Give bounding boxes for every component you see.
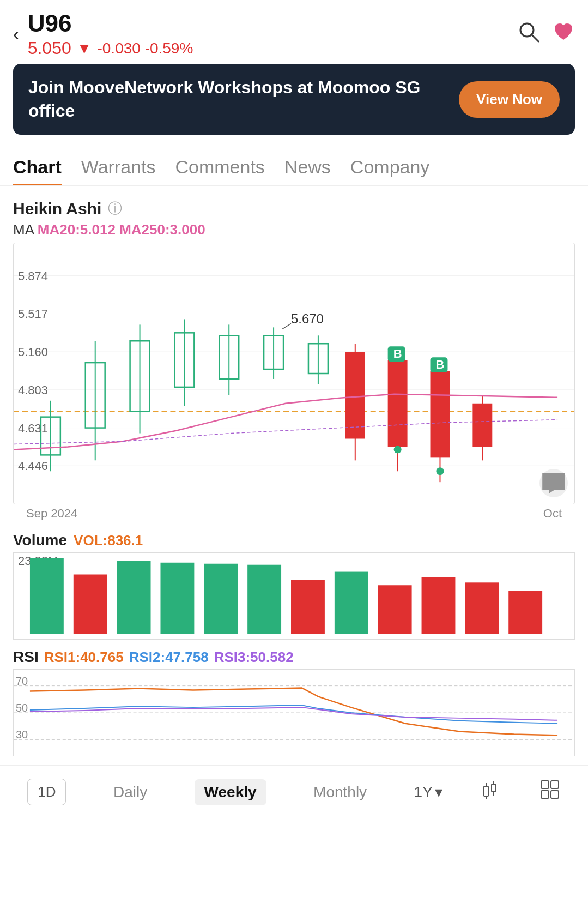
nav-monthly[interactable]: Monthly — [304, 779, 377, 805]
svg-text:30: 30 — [16, 729, 28, 741]
svg-text:4.446: 4.446 — [18, 460, 48, 473]
header-left: ‹ U96 5.050 ▼ -0.030 -0.59% — [13, 10, 193, 58]
chart-label-row: Heikin Ashi ⓘ — [13, 199, 575, 218]
svg-rect-54 — [378, 586, 412, 634]
svg-rect-33 — [431, 371, 450, 457]
tab-news[interactable]: News — [284, 156, 331, 185]
svg-rect-49 — [160, 563, 194, 634]
tab-company[interactable]: Company — [350, 156, 430, 185]
search-icon[interactable] — [517, 20, 540, 48]
svg-rect-55 — [422, 577, 456, 634]
chart-x-labels: Sep 2024 Oct — [13, 504, 575, 523]
svg-line-22 — [282, 324, 291, 329]
volume-title: Volume — [13, 532, 67, 549]
header: ‹ U96 5.050 ▼ -0.030 -0.59% — [0, 0, 588, 64]
tab-warrants[interactable]: Warrants — [81, 156, 156, 185]
nav-1d-button[interactable]: 1D — [27, 779, 66, 805]
ma-label: MA — [13, 221, 34, 238]
ma-row: MA MA20:5.012 MA250:3.000 — [13, 221, 575, 238]
grid-icon[interactable] — [539, 779, 561, 805]
svg-rect-46 — [30, 558, 64, 634]
nav-weekly[interactable]: Weekly — [195, 779, 266, 805]
tab-comments[interactable]: Comments — [175, 156, 264, 185]
candlestick-chart[interactable]: 5.670 B B — [13, 243, 575, 504]
back-button[interactable]: ‹ — [13, 24, 19, 44]
svg-text:B: B — [435, 358, 444, 371]
svg-text:70: 70 — [16, 675, 28, 687]
chart-section: Heikin Ashi ⓘ MA MA20:5.012 MA250:3.000 — [0, 186, 588, 523]
banner-text: Join MooveNetwork Workshops at Moomoo SG… — [28, 76, 448, 123]
svg-rect-56 — [465, 583, 499, 634]
price-change: -0.030 -0.59% — [97, 40, 193, 57]
svg-rect-51 — [247, 565, 281, 634]
rsi2-value: RSI2:47.758 — [129, 649, 209, 666]
svg-rect-48 — [117, 561, 151, 634]
stock-symbol: U96 — [28, 10, 193, 37]
tabs-bar: Chart Warrants Comments News Company — [0, 141, 588, 186]
vol-value: VOL:836.1 — [74, 532, 143, 549]
rsi-title: RSI — [13, 648, 39, 666]
banner: Join MooveNetwork Workshops at Moomoo SG… — [13, 64, 575, 135]
svg-rect-47 — [74, 575, 107, 634]
x-label-oct: Oct — [543, 507, 562, 521]
rsi3-value: RSI3:50.582 — [214, 649, 294, 666]
chat-bubble-icon[interactable] — [539, 469, 568, 497]
rsi-chart[interactable]: 70 50 30 — [13, 669, 575, 756]
svg-rect-50 — [204, 564, 238, 634]
nav-daily[interactable]: Daily — [104, 779, 157, 805]
volume-chart[interactable]: 23.88M — [13, 552, 575, 640]
svg-text:4.803: 4.803 — [18, 383, 48, 397]
svg-rect-67 — [492, 784, 496, 792]
svg-rect-73 — [551, 791, 559, 798]
bottom-nav: 1D Daily Weekly Monthly 1Y ▾ — [0, 765, 588, 823]
svg-rect-38 — [472, 404, 492, 447]
header-icons — [517, 20, 575, 48]
svg-rect-53 — [335, 572, 368, 634]
svg-point-31 — [394, 446, 402, 454]
svg-rect-72 — [541, 791, 549, 798]
rsi1-value: RSI1:40.765 — [44, 649, 124, 666]
nav-1y-dropdown[interactable]: 1Y ▾ — [414, 783, 442, 801]
svg-rect-26 — [345, 352, 365, 439]
info-icon[interactable]: ⓘ — [108, 199, 122, 218]
rsi-section: RSI RSI1:40.765 RSI2:47.758 RSI3:50.582 … — [0, 640, 588, 756]
svg-text:50: 50 — [16, 702, 28, 714]
svg-text:B: B — [393, 347, 402, 361]
tab-chart[interactable]: Chart — [13, 156, 62, 185]
volume-title-row: Volume VOL:836.1 — [13, 532, 575, 549]
ma20-value: MA20:5.012 MA250:3.000 — [38, 221, 205, 238]
svg-text:5.517: 5.517 — [18, 308, 48, 321]
svg-text:5.160: 5.160 — [18, 346, 48, 359]
stock-info: U96 5.050 ▼ -0.030 -0.59% — [28, 10, 193, 58]
rsi-title-row: RSI RSI1:40.765 RSI2:47.758 RSI3:50.582 — [13, 648, 575, 666]
svg-rect-64 — [484, 786, 488, 796]
chart-title: Heikin Ashi — [13, 200, 101, 218]
banner-button[interactable]: View Now — [459, 81, 560, 118]
svg-point-36 — [436, 468, 444, 475]
candle-chart-icon[interactable] — [480, 779, 501, 805]
volume-section: Volume VOL:836.1 23.88M — [0, 523, 588, 640]
svg-rect-70 — [541, 781, 549, 788]
svg-line-1 — [532, 35, 538, 41]
svg-text:5.670: 5.670 — [291, 312, 324, 327]
x-label-sep: Sep 2024 — [26, 507, 77, 521]
svg-rect-71 — [551, 781, 559, 788]
svg-rect-52 — [291, 580, 325, 634]
dropdown-arrow-icon: ▾ — [435, 783, 442, 801]
stock-price-row: 5.050 ▼ -0.030 -0.59% — [28, 38, 193, 58]
svg-text:4.631: 4.631 — [18, 422, 48, 435]
price-arrow: ▼ — [77, 40, 92, 57]
svg-rect-57 — [508, 591, 542, 634]
svg-rect-28 — [388, 360, 408, 447]
stock-price: 5.050 — [28, 38, 71, 58]
svg-text:5.874: 5.874 — [18, 269, 48, 283]
heart-icon[interactable] — [552, 20, 575, 48]
